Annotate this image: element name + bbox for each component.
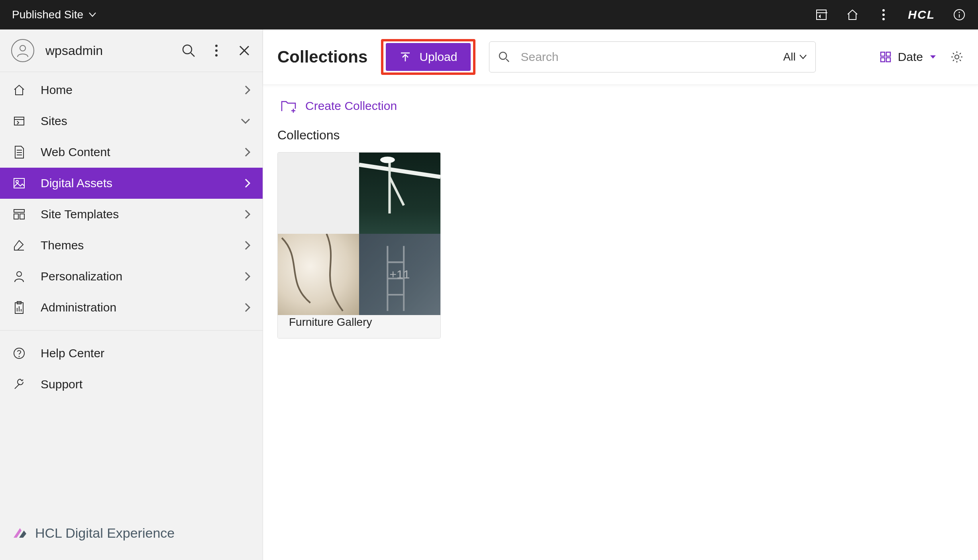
collection-cards: +11 Furniture Gallery	[277, 152, 964, 339]
main-body: Create Collection Collections	[263, 85, 978, 560]
topbar: Published Site HCL	[0, 0, 978, 29]
sidebar-nav: Home Sites Web Content Digital Assets Si	[0, 72, 263, 400]
svg-rect-15	[14, 214, 18, 219]
sidebar-item-label: Themes	[41, 239, 84, 252]
sidebar-footer-label: HCL Digital Experience	[35, 525, 175, 541]
avatar[interactable]	[11, 39, 34, 62]
svg-rect-16	[20, 214, 24, 219]
svg-rect-24	[886, 52, 890, 56]
create-collection-label: Create Collection	[305, 99, 397, 113]
sidebar: wpsadmin Home Sites	[0, 29, 263, 560]
settings-icon[interactable]	[950, 50, 964, 64]
search-filter-label: All	[783, 51, 795, 63]
document-icon	[12, 145, 26, 159]
upload-highlight: Upload	[381, 39, 475, 75]
upload-button[interactable]: Upload	[386, 43, 471, 71]
svg-rect-23	[881, 52, 885, 56]
grid-view-icon	[880, 51, 892, 63]
kebab-menu-icon[interactable]	[877, 8, 890, 22]
svg-point-1	[882, 9, 885, 12]
chevron-right-icon	[244, 147, 251, 157]
chevron-right-icon	[244, 178, 251, 188]
svg-rect-12	[14, 178, 24, 188]
sidebar-item-home[interactable]: Home	[0, 74, 263, 106]
caret-down-icon	[89, 12, 96, 17]
sidebar-item-label: Help Center	[41, 347, 104, 360]
page-title: Collections	[277, 47, 367, 67]
paint-icon	[12, 239, 26, 252]
svg-point-21	[19, 356, 20, 357]
thumbnail	[359, 153, 440, 234]
sort-control[interactable]: Date	[880, 50, 937, 64]
sidebar-item-label: Support	[41, 378, 82, 391]
sidebar-item-label: Home	[41, 83, 73, 97]
sidebar-search-icon[interactable]	[181, 43, 196, 58]
chevron-down-icon	[240, 118, 251, 124]
search-box[interactable]: All	[489, 41, 816, 72]
svg-point-8	[215, 45, 218, 47]
sidebar-item-help-center[interactable]: Help Center	[0, 338, 263, 369]
chevron-right-icon	[244, 240, 251, 251]
sidebar-kebab-icon[interactable]	[209, 43, 224, 58]
svg-point-10	[215, 54, 218, 57]
sidebar-item-label: Web Content	[41, 145, 110, 159]
svg-point-27	[955, 55, 959, 59]
svg-point-5	[958, 12, 960, 13]
preview-icon[interactable]	[815, 8, 828, 22]
grid-icon	[12, 208, 26, 220]
upload-icon	[399, 51, 411, 63]
home-icon[interactable]	[846, 8, 859, 22]
clipboard-icon	[12, 301, 26, 314]
username-label: wpsadmin	[45, 43, 170, 58]
svg-point-29	[380, 157, 395, 163]
layout-icon	[12, 115, 26, 127]
sidebar-item-site-templates[interactable]: Site Templates	[0, 199, 263, 230]
search-filter-dropdown[interactable]: All	[783, 51, 807, 63]
sidebar-item-label: Site Templates	[41, 208, 119, 221]
chevron-right-icon	[244, 302, 251, 313]
wrench-icon	[12, 378, 26, 391]
help-icon	[12, 347, 26, 360]
svg-rect-11	[14, 117, 24, 125]
section-title: Collections	[277, 128, 964, 143]
svg-point-2	[882, 14, 885, 16]
sidebar-item-web-content[interactable]: Web Content	[0, 137, 263, 168]
sidebar-item-label: Personalization	[41, 270, 122, 283]
search-input[interactable]	[520, 50, 774, 64]
sidebar-item-support[interactable]: Support	[0, 369, 263, 400]
sidebar-item-personalization[interactable]: Personalization	[0, 261, 263, 292]
chevron-right-icon	[244, 271, 251, 282]
image-icon	[12, 177, 26, 189]
upload-label: Upload	[419, 50, 457, 64]
sidebar-item-label: Administration	[41, 301, 116, 314]
sidebar-item-administration[interactable]: Administration	[0, 292, 263, 323]
chevron-right-icon	[244, 85, 251, 95]
sidebar-item-sites[interactable]: Sites	[0, 106, 263, 137]
svg-point-6	[20, 45, 26, 51]
svg-rect-14	[14, 210, 24, 212]
published-site-dropdown[interactable]: Published Site	[12, 8, 96, 21]
person-icon	[12, 270, 26, 283]
close-icon[interactable]	[237, 43, 251, 58]
house-icon	[12, 84, 26, 96]
sidebar-item-themes[interactable]: Themes	[0, 230, 263, 261]
svg-rect-0	[817, 10, 826, 20]
thumbnail: +11	[359, 234, 440, 315]
main-toolbar: Collections Upload All Date	[263, 29, 978, 85]
svg-rect-26	[886, 58, 890, 62]
collection-card[interactable]: +11 Furniture Gallery	[277, 152, 441, 339]
sidebar-item-label: Sites	[41, 114, 67, 128]
create-collection-button[interactable]: Create Collection	[281, 99, 964, 113]
svg-point-22	[499, 52, 507, 59]
sidebar-footer: HCL Digital Experience	[0, 515, 263, 560]
sidebar-item-digital-assets[interactable]: Digital Assets	[0, 168, 263, 199]
svg-point-17	[17, 272, 22, 276]
svg-point-13	[16, 180, 18, 183]
main: Collections Upload All Date	[263, 29, 978, 560]
chevron-right-icon	[244, 209, 251, 219]
svg-point-9	[215, 49, 218, 52]
info-icon[interactable]	[952, 8, 966, 22]
divider	[0, 330, 263, 331]
sidebar-item-label: Digital Assets	[41, 176, 112, 190]
caret-down-icon	[799, 55, 807, 59]
